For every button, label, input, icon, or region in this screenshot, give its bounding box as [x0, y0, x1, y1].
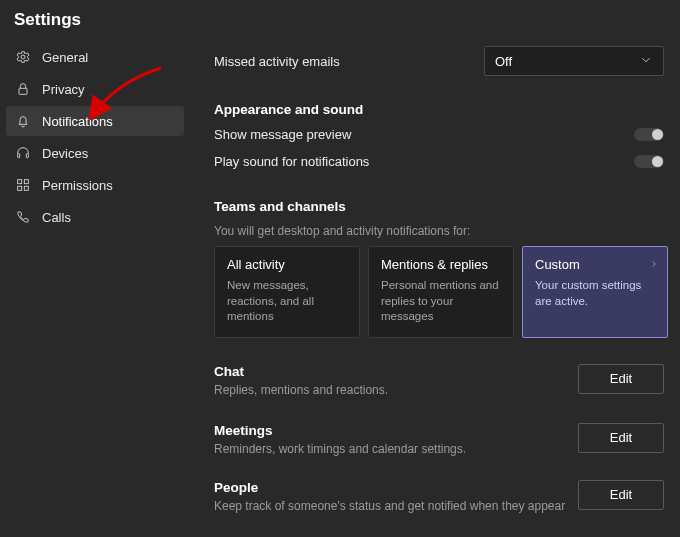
show-preview-row: Show message preview	[214, 127, 664, 142]
card-desc: Your custom settings are active.	[535, 278, 655, 309]
show-preview-label: Show message preview	[214, 127, 351, 142]
button-label: Edit	[610, 487, 632, 502]
sidebar-item-label: General	[42, 50, 88, 65]
people-edit-button[interactable]: Edit	[578, 480, 664, 510]
meetings-desc: Reminders, work timings and calendar set…	[214, 442, 466, 456]
sidebar-item-permissions[interactable]: Permissions	[6, 170, 184, 200]
settings-sidebar: General Privacy Notifications Devices	[0, 36, 190, 537]
button-label: Edit	[610, 430, 632, 445]
card-all-activity[interactable]: All activity New messages, reactions, an…	[214, 246, 360, 338]
play-sound-toggle[interactable]	[634, 155, 664, 168]
sidebar-item-notifications[interactable]: Notifications	[6, 106, 184, 136]
missed-activity-label: Missed activity emails	[214, 54, 340, 69]
apps-icon	[14, 176, 32, 194]
chevron-down-icon	[639, 53, 653, 70]
appearance-heading: Appearance and sound	[214, 102, 664, 117]
svg-rect-7	[24, 186, 28, 190]
sidebar-item-general[interactable]: General	[6, 42, 184, 72]
card-mentions-replies[interactable]: Mentions & replies Personal mentions and…	[368, 246, 514, 338]
chat-desc: Replies, mentions and reactions.	[214, 383, 388, 397]
svg-rect-5	[24, 180, 28, 184]
headset-icon	[14, 144, 32, 162]
sidebar-item-calls[interactable]: Calls	[6, 202, 184, 232]
card-desc: New messages, reactions, and all mention…	[227, 278, 347, 325]
sidebar-item-label: Devices	[42, 146, 88, 161]
teams-channels-cards: All activity New messages, reactions, an…	[214, 246, 664, 338]
meetings-edit-button[interactable]: Edit	[578, 423, 664, 453]
people-heading: People	[214, 480, 565, 495]
people-section: People Keep track of someone's status an…	[214, 480, 664, 513]
missed-activity-select[interactable]: Off	[484, 46, 664, 76]
play-sound-label: Play sound for notifications	[214, 154, 369, 169]
show-preview-toggle[interactable]	[634, 128, 664, 141]
chat-heading: Chat	[214, 364, 388, 379]
phone-icon	[14, 208, 32, 226]
window-title: Settings	[0, 0, 680, 36]
svg-rect-6	[18, 186, 22, 190]
missed-activity-row: Missed activity emails Off	[214, 46, 664, 76]
svg-rect-1	[19, 88, 27, 94]
teams-channels-heading: Teams and channels	[214, 199, 664, 214]
button-label: Edit	[610, 371, 632, 386]
svg-rect-4	[18, 180, 22, 184]
play-sound-row: Play sound for notifications	[214, 154, 664, 169]
missed-activity-value: Off	[495, 54, 512, 69]
sidebar-item-label: Calls	[42, 210, 71, 225]
chat-edit-button[interactable]: Edit	[578, 364, 664, 394]
gear-icon	[14, 48, 32, 66]
card-title: Mentions & replies	[381, 257, 501, 272]
lock-icon	[14, 80, 32, 98]
teams-channels-sub: You will get desktop and activity notifi…	[214, 224, 664, 238]
meetings-section: Meetings Reminders, work timings and cal…	[214, 423, 664, 456]
sidebar-item-label: Notifications	[42, 114, 113, 129]
card-custom[interactable]: Custom Your custom settings are active.	[522, 246, 668, 338]
settings-content: Missed activity emails Off Appearance an…	[190, 36, 680, 537]
sidebar-item-devices[interactable]: Devices	[6, 138, 184, 168]
card-title: Custom	[535, 257, 655, 272]
chevron-right-icon	[649, 257, 659, 272]
card-desc: Personal mentions and replies to your me…	[381, 278, 501, 325]
bell-icon	[14, 112, 32, 130]
meetings-heading: Meetings	[214, 423, 466, 438]
svg-point-0	[21, 55, 25, 59]
svg-rect-3	[26, 154, 28, 158]
card-title: All activity	[227, 257, 347, 272]
chat-section: Chat Replies, mentions and reactions. Ed…	[214, 364, 664, 397]
sidebar-item-privacy[interactable]: Privacy	[6, 74, 184, 104]
sidebar-item-label: Permissions	[42, 178, 113, 193]
people-desc: Keep track of someone's status and get n…	[214, 499, 565, 513]
sidebar-item-label: Privacy	[42, 82, 85, 97]
svg-rect-2	[18, 154, 20, 158]
